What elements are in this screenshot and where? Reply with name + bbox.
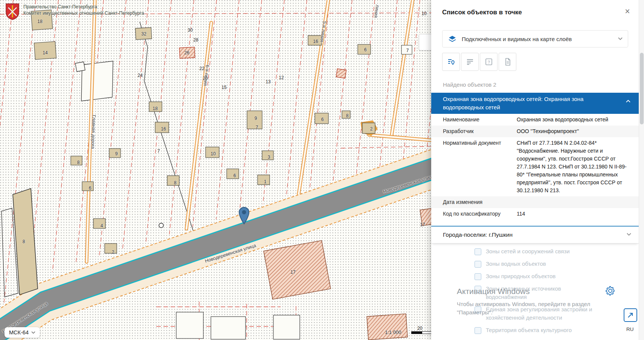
chevron-down-icon [627,233,631,236]
attribute-row: Наименование Охранная зона водопроводных… [431,114,639,126]
language-indicator[interactable]: RU [626,326,634,332]
objects-at-point-panel: Список объектов в точке × Подключённых и… [431,0,639,340]
map-tool-button-partial[interactable] [419,34,432,51]
scrollbar-thumb[interactable] [640,53,644,124]
scalebar-bar [411,331,433,334]
checkbox-unchecked-icon[interactable] [475,248,481,255]
settings-button[interactable] [605,286,615,297]
layer-checkbox-row[interactable]: Единая зона регулирования застройки и хо… [431,305,639,326]
chevron-down-icon [31,331,35,334]
chevron-down-icon [618,37,623,40]
objects-at-point-icon [447,58,455,66]
help-button[interactable]: ? [480,53,497,71]
diagonal-arrow-icon [627,311,634,319]
layer-scope-value: Подключённых и видимых на карте слоёв [462,36,613,42]
checkbox-unchecked-icon[interactable] [475,286,481,293]
app: Новодеревенская улицаНоводеревенская ули… [0,0,644,340]
checkbox-unchecked-icon[interactable] [475,327,481,334]
gear-icon [605,286,615,296]
layer-checkbox-label: Зоны природных объектов [481,272,555,280]
attribute-name: Наименование [443,116,511,124]
attribute-name: Дата изменения [443,198,511,206]
layer-checkbox-label: Единая зона регулирования застройки и хо… [481,305,599,322]
attribute-row: Дата изменения [431,196,639,208]
objects-list-icon [466,58,474,66]
layer-checkbox-label: Зоны сетей и сооружений связи [481,247,570,256]
layer-scope-dropdown[interactable]: Подключённых и видимых на карте слоёв [442,30,628,47]
layers-icon [448,35,457,43]
svg-text:?: ? [487,60,490,64]
attribute-row: Разработчик ООО ''Техинформпроект'' [431,126,639,137]
help-icon: ? [485,58,493,66]
crs-label: МСК-64 [9,329,29,335]
attribute-value: Охранная зона водопроводных сетей [511,116,630,124]
layer-checkbox-row[interactable]: Зоны сетей и сооружений связи [431,247,639,260]
objects-at-point-button[interactable] [442,53,460,71]
attribute-value: 114 [511,210,630,218]
chevron-up-icon [626,100,630,103]
open-in-new-button[interactable] [624,308,637,322]
attribute-row: Код по классификатору 114 [431,208,639,220]
scrollbar-track[interactable] [639,0,644,340]
result-group-title: Охранная зона водопроводных сетей: Охран… [443,96,583,110]
layer-checkbox-row[interactable]: Территория объекта культурного [431,326,639,338]
layer-checkbox-label: Зоны водных объектов [481,260,546,268]
result-group-header[interactable]: Охранная зона водопроводных сетей: Охран… [431,93,639,114]
report-button[interactable] [499,53,516,71]
attribute-value [511,198,630,206]
map-scalebar: 20 [411,326,434,334]
checkbox-unchecked-icon[interactable] [475,273,481,280]
panel-title: Список объектов в точке [431,0,639,17]
government-logo: Правительство Санкт-Петербурга Комитет и… [5,3,144,20]
map-scale-label: 1:1 000 [385,329,401,335]
gov-logo-line1: Правительство Санкт-Петербурга [23,4,144,10]
gov-logo-line2: Комитет имущественных отношений Санкт-Пе… [23,10,144,17]
attribute-value: СНиП от 27.7.1984 N 2.04.02-84* ''Водосн… [511,139,630,195]
layer-checkbox-row[interactable]: Зоны водных объектов [431,260,639,272]
second-group-header[interactable]: Города-поселки: г.Пушкин [431,227,639,244]
second-group-title: Города-поселки: г.Пушкин [443,231,513,238]
results-toolbar: ? [442,53,628,71]
attribute-name: Нормативный документ [443,139,511,195]
layer-checkbox-label: Зоны подземных источников водоснабжения [481,285,599,301]
attribute-name: Разработчик [443,127,511,135]
checkbox-unchecked-icon[interactable] [475,306,481,313]
close-panel-button[interactable]: × [622,6,633,17]
crs-selector[interactable]: МСК-64 [5,327,40,338]
spb-crest-icon [5,3,20,20]
objects-list-button[interactable] [461,53,479,71]
report-icon [504,58,512,66]
layer-checkbox-row[interactable]: Зоны природных объектов [431,272,639,285]
layer-checkbox-label: Территория объекта культурного [481,326,572,334]
found-objects-count: Найдено объектов 2 [443,81,628,90]
attribute-name: Код по классификатору [443,210,511,218]
checkbox-unchecked-icon[interactable] [475,261,481,268]
attribute-row: Нормативный документ СНиП от 27.7.1984 N… [431,137,639,196]
attribute-value: ООО ''Техинформпроект'' [511,127,630,135]
map-pin-icon [238,207,250,225]
